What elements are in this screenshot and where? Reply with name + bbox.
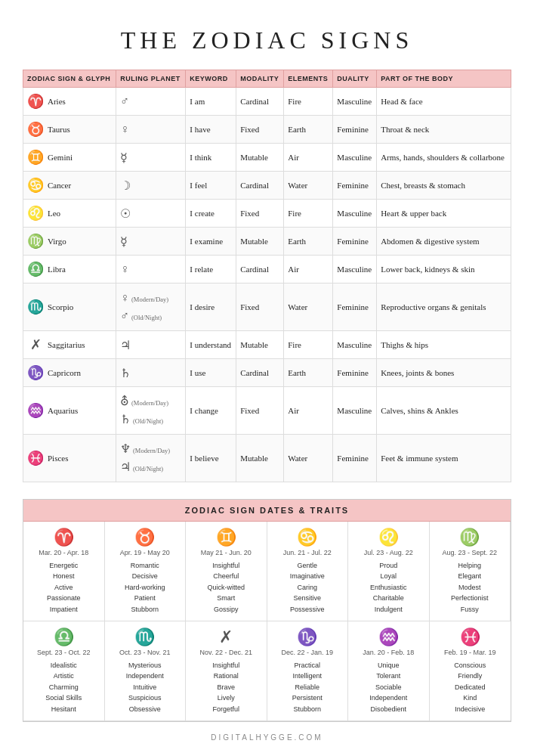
trait-item: Kind xyxy=(434,692,507,703)
trait-item: Honest xyxy=(28,571,100,581)
trait-item: Perfectionist xyxy=(434,593,506,603)
trait-item: Idealistic xyxy=(28,660,100,671)
sign-glyph: ♈ xyxy=(27,93,44,110)
planet-cell: ☉ xyxy=(116,200,186,228)
trait-col: ♒ Jan. 20 - Feb. 18 UniqueTolerantSociab… xyxy=(348,621,430,721)
trait-glyph: ♎ xyxy=(28,627,100,647)
body-cell: Throat & neck xyxy=(377,116,511,144)
trait-dates: Aug. 23 - Sept. 22 xyxy=(434,549,506,556)
sign-name: Leo xyxy=(48,209,60,218)
duality-cell: Feminine xyxy=(333,172,377,200)
planet-note-modern: (Modern/Day) xyxy=(133,447,170,454)
trait-item: Reliable xyxy=(272,682,344,692)
trait-item: Elegant xyxy=(434,571,506,581)
trait-item: Hard-working xyxy=(110,582,181,593)
trait-item: Intelligent xyxy=(272,671,344,681)
planet-glyph: ☽ xyxy=(120,179,131,192)
col-header-planet: RULING PLANET xyxy=(116,70,186,88)
planet-cell: ☽ xyxy=(116,172,186,200)
trait-item: Cheerful xyxy=(190,571,262,581)
trait-dates: Jul. 23 - Aug. 22 xyxy=(353,549,424,556)
element-cell: Earth xyxy=(284,228,333,256)
trait-glyph: ♋ xyxy=(272,528,344,547)
trait-item: Charitable xyxy=(353,593,424,603)
duality-cell: Masculine xyxy=(333,144,377,172)
trait-item: Disobedient xyxy=(353,704,424,714)
sign-name: Capricorn xyxy=(48,368,81,377)
trait-item: Imaginative xyxy=(272,571,344,581)
duality-cell: Feminine xyxy=(333,284,377,331)
trait-list: IdealisticArtisticCharmingSocial SkillsH… xyxy=(28,660,100,714)
trait-item: Proud xyxy=(353,560,424,571)
trait-item: Fussy xyxy=(434,604,506,615)
planet-cell: ☿ xyxy=(116,228,186,256)
element-cell: Air xyxy=(284,256,333,284)
keyword-cell: I believe xyxy=(186,435,236,482)
page-title: THE ZODIAC SIGNS xyxy=(23,26,511,54)
modality-cell: Mutable xyxy=(236,144,284,172)
trait-list: GentleImaginativeCaringSensitivePossessi… xyxy=(272,560,344,615)
sign-name: Libra xyxy=(48,265,66,274)
trait-item: Romantic xyxy=(110,560,181,571)
trait-item: Charming xyxy=(28,682,100,692)
traits-grid: ♈ Mar. 20 - Apr. 18 EnergeticHonestActiv… xyxy=(23,522,511,721)
traits-section: ZODIAC SIGN DATES & TRAITS ♈ Mar. 20 - A… xyxy=(23,499,511,722)
trait-glyph: ♉ xyxy=(110,528,181,547)
planet-note-modern: (Modern/Day) xyxy=(131,296,168,303)
trait-item: Sensitive xyxy=(272,593,344,603)
keyword-cell: I understand xyxy=(186,331,236,359)
keyword-cell: I have xyxy=(186,116,236,144)
footer: DIGITALHYGGE.COM xyxy=(23,733,511,742)
element-cell: Air xyxy=(284,387,333,435)
trait-item: Possessive xyxy=(272,604,344,615)
trait-item: Active xyxy=(28,582,100,593)
planet-glyph-modern: ♆ xyxy=(120,442,131,455)
duality-cell: Feminine xyxy=(333,435,377,482)
trait-glyph: ♒ xyxy=(353,627,424,647)
sign-glyph: ♉ xyxy=(27,121,44,138)
trait-list: MysteriousIndependentIntuitiveSuspicious… xyxy=(110,660,181,714)
planet-glyph: ♂ xyxy=(120,94,129,107)
trait-item: Helping xyxy=(434,560,506,571)
planet-cell: ♀ xyxy=(116,256,186,284)
planet-glyph-old: ♃ xyxy=(120,460,131,473)
element-cell: Air xyxy=(284,144,333,172)
keyword-cell: I use xyxy=(186,359,236,387)
body-cell: Arms, hands, shoulders & collarbone xyxy=(377,144,511,172)
trait-dates: Oct. 23 - Nov. 21 xyxy=(110,649,181,656)
trait-col: ♍ Aug. 23 - Sept. 22 HelpingElegantModes… xyxy=(430,522,511,621)
trait-item: Hesitant xyxy=(28,704,100,714)
sign-glyph: ♌ xyxy=(27,205,44,222)
table-row: ♉Taurus♀I haveFixedEarthFeminineThroat &… xyxy=(23,116,511,144)
table-row: ♓Pisces ♆ (Modern/Day) ♃ (Old/Night) I b… xyxy=(23,435,511,482)
planet-cell: ♃ xyxy=(116,331,186,359)
planet-note-old: (Old/Night) xyxy=(131,314,162,321)
trait-item: Brave xyxy=(190,682,262,692)
table-row: ♈Aries♂I amCardinalFireMasculineHead & f… xyxy=(23,88,511,116)
trait-glyph: ♊ xyxy=(190,528,262,547)
sign-glyph: ♑ xyxy=(27,364,44,381)
trait-list: UniqueTolerantSociableIndependentDisobed… xyxy=(353,660,424,714)
trait-item: Modest xyxy=(434,582,506,593)
element-cell: Fire xyxy=(284,331,333,359)
planet-glyph-modern: ♀ xyxy=(120,291,129,304)
trait-list: InsightfulRationalBraveLivelyForgetful xyxy=(190,660,262,714)
modality-cell: Mutable xyxy=(236,331,284,359)
body-cell: Knees, joints & bones xyxy=(377,359,511,387)
table-row: ♍Virgo☿I examineMutableEarthFeminineAbdo… xyxy=(23,228,511,256)
trait-dates: May 21 - Jun. 20 xyxy=(190,549,262,556)
trait-list: InsightfulCheerfulQuick-wittedSmartGossi… xyxy=(190,560,262,615)
planet-note-modern: (Modern/Day) xyxy=(131,399,168,407)
trait-item: Forgetful xyxy=(190,704,262,714)
duality-cell: Masculine xyxy=(333,88,377,116)
trait-item: Decisive xyxy=(110,571,181,581)
duality-cell: Feminine xyxy=(333,228,377,256)
trait-col: ♋ Jun. 21 - Jul. 22 GentleImaginativeCar… xyxy=(267,522,349,621)
trait-col: ♉ Apr. 19 - May 20 RomanticDecisiveHard-… xyxy=(105,522,187,621)
trait-item: Conscious xyxy=(434,660,507,671)
trait-dates: Jun. 21 - Jul. 22 xyxy=(272,549,344,556)
trait-item: Quick-witted xyxy=(190,582,262,593)
trait-item: Mysterious xyxy=(110,660,181,671)
planet-glyph: ☿ xyxy=(120,235,128,248)
modality-cell: Cardinal xyxy=(236,256,284,284)
